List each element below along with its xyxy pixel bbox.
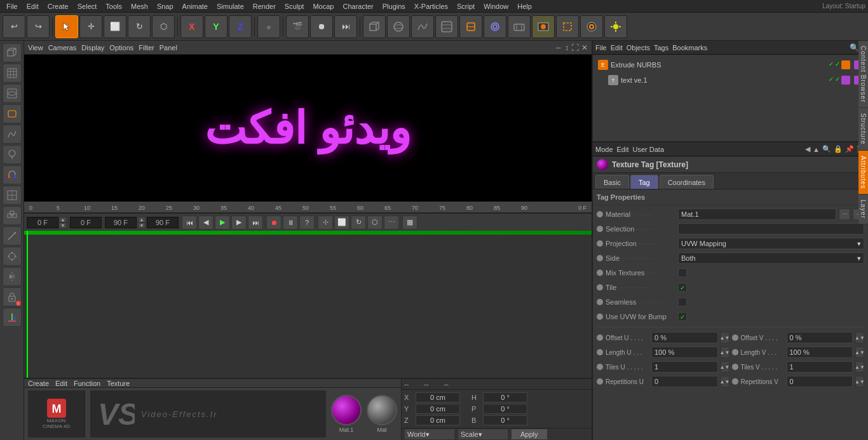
offset-v-stepper[interactable]: ▲▼ <box>855 332 864 343</box>
cursor-tool-button[interactable] <box>55 15 78 38</box>
viewport-canvas[interactable]: ویدئو افکت <box>24 55 592 202</box>
transform-tool-button[interactable]: ⬡ <box>152 15 175 38</box>
scale-tool-button[interactable]: ⬜ <box>104 15 126 38</box>
key-button[interactable]: ⬜ <box>334 216 349 230</box>
z-axis-button[interactable]: Z <box>229 15 252 38</box>
goto-end-button[interactable]: ⏭ <box>248 216 263 230</box>
object-item-extrude-nurbs[interactable]: E Extrude NURBS ✓ ✓ <box>595 57 865 72</box>
sidebar-lock-tool[interactable]: ! <box>3 287 22 306</box>
tiles-v-stepper[interactable]: ▲▼ <box>855 361 864 373</box>
help-button[interactable]: ? <box>299 216 315 230</box>
rep-v-stepper[interactable]: ▲▼ <box>855 376 864 387</box>
redo-button[interactable]: ↪ <box>27 15 50 38</box>
tangent-button[interactable]: ⬡ <box>367 216 383 230</box>
attr-pin-icon[interactable]: 📌 <box>845 145 854 153</box>
sidebar-bezier-tool[interactable] <box>3 125 22 144</box>
tiles-v-value[interactable]: 1 <box>787 361 853 373</box>
menu-sculpt[interactable]: Sculpt <box>281 3 308 10</box>
seamless-checkbox[interactable] <box>678 298 687 306</box>
coord-b-input[interactable] <box>483 415 527 425</box>
sidebar-grid-tool[interactable] <box>3 64 22 83</box>
attr-lock-icon[interactable]: 🔒 <box>834 145 843 153</box>
coord-z-input[interactable] <box>416 415 460 425</box>
selection-field-value[interactable] <box>678 223 864 235</box>
sidebar-axis-tool[interactable] <box>3 308 22 327</box>
tile-checkbox[interactable]: ✓ <box>678 283 687 292</box>
coord-h-input[interactable] <box>483 392 527 402</box>
menu-simulate[interactable]: Simulate <box>213 3 248 10</box>
field-button[interactable] <box>484 15 506 38</box>
vp-menu-cameras[interactable]: Cameras <box>48 44 77 52</box>
tiles-u-value[interactable]: 1 <box>651 361 718 373</box>
scale-dropdown[interactable]: Scale <box>458 429 508 440</box>
sidebar-paint-tool[interactable] <box>3 145 22 164</box>
sidebar-mirror-tool[interactable] <box>3 267 22 286</box>
attr-menu-mode[interactable]: Mode <box>595 146 613 153</box>
x-axis-button[interactable]: X <box>180 15 203 38</box>
attr-up-icon[interactable]: ▲ <box>813 146 820 153</box>
sphere-button[interactable] <box>387 15 410 38</box>
viewport-zoom-icon[interactable]: ↕ <box>565 43 569 52</box>
record-keyframe-button[interactable]: ⏺ <box>266 216 281 230</box>
render-region-button[interactable] <box>556 15 579 38</box>
rep-v-value[interactable]: 0 <box>787 376 853 387</box>
sidebar-irradiance-tool[interactable] <box>3 186 22 205</box>
projection-dropdown[interactable]: UVW Mapping <box>678 238 864 249</box>
cube-button[interactable] <box>363 15 386 38</box>
obj-menu-edit[interactable]: Edit <box>611 44 623 52</box>
undo-button[interactable]: ↩ <box>3 15 25 38</box>
mat-menu-create[interactable]: Create <box>28 380 49 387</box>
tab-basic[interactable]: Basic <box>595 175 629 189</box>
use-uvw-checkbox[interactable]: ✓ <box>678 312 687 321</box>
mat-menu-function[interactable]: Function <box>74 380 100 387</box>
frame-down-button[interactable]: ▼ <box>59 223 67 228</box>
menu-tools[interactable]: Tools <box>102 3 126 10</box>
frame-up-button[interactable]: ▲ <box>59 217 67 223</box>
cycle-button[interactable]: ↻ <box>351 216 366 230</box>
attr-menu-edit[interactable]: Edit <box>617 146 629 153</box>
material-item-mat[interactable]: Mat <box>367 395 397 433</box>
mat-menu-edit[interactable]: Edit <box>55 380 67 387</box>
obj-menu-file[interactable]: File <box>595 44 607 52</box>
viewport-move-icon[interactable]: ↔ <box>555 43 562 52</box>
layout-button[interactable]: ▦ <box>402 216 417 230</box>
menu-character[interactable]: Character <box>339 3 377 10</box>
menu-edit[interactable]: Edit <box>23 3 43 10</box>
sidebar-subdiv-tool[interactable] <box>3 84 22 103</box>
render-view-button[interactable] <box>580 15 603 38</box>
tab-coordinates[interactable]: Coordinates <box>660 175 714 189</box>
viewport-close-icon[interactable]: ✕ <box>581 43 588 52</box>
move-tool-button[interactable]: ✛ <box>79 15 102 38</box>
obj-menu-bookmarks[interactable]: Bookmarks <box>672 44 707 52</box>
vp-menu-view[interactable]: View <box>28 44 43 52</box>
light-button[interactable] <box>604 15 627 38</box>
sidebar-array-tool[interactable] <box>3 206 22 225</box>
next-frame-button[interactable]: ▶ <box>231 216 247 230</box>
coord-y-input[interactable] <box>416 404 460 414</box>
menu-plugins[interactable]: Plugins <box>379 3 409 10</box>
offset-u-value[interactable]: 0 % <box>651 332 718 343</box>
material-field-value[interactable]: Mat.1 <box>678 209 836 220</box>
tab-layer[interactable]: Layer <box>858 195 868 224</box>
deformer-button[interactable] <box>459 15 482 38</box>
curve-button[interactable]: ⋯ <box>384 216 399 230</box>
attr-back-icon[interactable]: ◀ <box>805 145 810 153</box>
vp-menu-options[interactable]: Options <box>109 44 133 52</box>
vp-menu-panel[interactable]: Panel <box>159 44 177 52</box>
pause-button[interactable]: ⏸ <box>283 216 298 230</box>
sidebar-magnet-tool[interactable] <box>3 165 22 184</box>
playhead[interactable] <box>27 231 28 378</box>
menu-mocap[interactable]: Mocap <box>309 3 337 10</box>
sidebar-snap-tool[interactable] <box>3 247 22 266</box>
menu-animate[interactable]: Animate <box>179 3 212 10</box>
tab-structure[interactable]: Structure <box>858 108 868 151</box>
length-v-stepper[interactable]: ▲▼ <box>855 347 864 358</box>
nurbs-button[interactable] <box>435 15 458 38</box>
preview-end-display[interactable]: 90 F <box>147 217 179 228</box>
vp-menu-filter[interactable]: Filter <box>139 44 154 52</box>
prev-frame-button[interactable]: ◀ <box>198 216 214 230</box>
sidebar-knife-tool[interactable] <box>3 226 22 245</box>
menu-xparticles[interactable]: X-Particles <box>410 3 452 10</box>
text-visible-icon[interactable]: ✓ <box>829 76 834 85</box>
apply-button[interactable]: Apply <box>511 429 548 440</box>
